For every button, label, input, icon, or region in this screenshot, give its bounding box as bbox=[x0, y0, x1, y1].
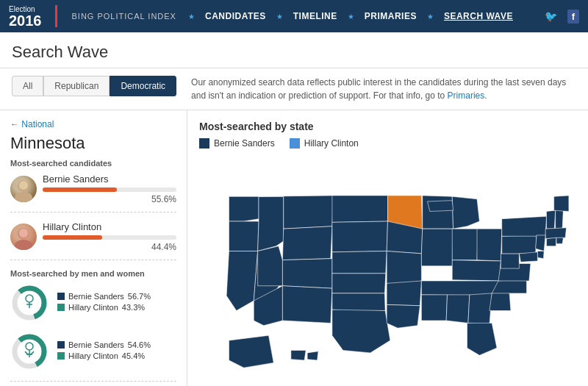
state-ma[interactable] bbox=[545, 228, 566, 239]
state-me[interactable] bbox=[554, 196, 569, 212]
state-ak[interactable] bbox=[229, 335, 274, 368]
nav-timeline[interactable]: TIMELINE bbox=[290, 11, 340, 21]
female-clinton-label: Hillary Clinton bbox=[68, 351, 118, 360]
tab-republican[interactable]: Republican bbox=[43, 76, 110, 96]
svg-point-13 bbox=[26, 343, 33, 350]
state-ky[interactable] bbox=[452, 260, 501, 281]
male-clinton-label: Hillary Clinton bbox=[68, 303, 118, 312]
state-id[interactable] bbox=[258, 196, 284, 251]
state-nj[interactable] bbox=[536, 235, 546, 251]
state-la[interactable] bbox=[387, 304, 420, 328]
state-pa[interactable] bbox=[502, 235, 537, 254]
state-al[interactable] bbox=[446, 295, 470, 323]
state-wy[interactable] bbox=[282, 226, 332, 260]
svg-point-2 bbox=[19, 181, 28, 190]
male-sanders-label: Bernie Sanders bbox=[68, 292, 124, 301]
logo-divider bbox=[55, 5, 57, 27]
tab-all[interactable]: All bbox=[12, 76, 43, 96]
male-donut bbox=[10, 284, 49, 322]
star-icon-3: ★ bbox=[348, 12, 354, 21]
state-wv[interactable] bbox=[501, 254, 519, 268]
primaries-link[interactable]: Primaries bbox=[448, 90, 485, 101]
star-icon-1: ★ bbox=[188, 12, 195, 21]
divider-2 bbox=[10, 260, 176, 260]
divider-3 bbox=[10, 381, 176, 382]
male-clinton-pct: 43.3% bbox=[122, 303, 145, 312]
main-content: ← National Minnesota Most-searched candi… bbox=[0, 110, 588, 386]
state-ne[interactable] bbox=[332, 251, 387, 274]
state-ks[interactable] bbox=[332, 274, 386, 293]
nav-primaries[interactable]: PRIMARIES bbox=[362, 11, 420, 21]
state-nd[interactable] bbox=[332, 196, 388, 222]
star-icon-4: ★ bbox=[427, 12, 434, 21]
state-ca[interactable] bbox=[226, 251, 258, 311]
clinton-pct: 44.4% bbox=[43, 242, 176, 252]
state-ny[interactable] bbox=[502, 216, 547, 236]
state-nm[interactable] bbox=[282, 286, 332, 324]
sanders-info: Bernie Sanders 55.6% bbox=[43, 174, 176, 204]
candidate-clinton-row: Hillary Clinton 44.4% bbox=[10, 221, 176, 252]
navigation: Election 2016 BING POLITICAL INDEX ★ CAN… bbox=[0, 0, 588, 32]
state-hi2[interactable] bbox=[307, 351, 318, 360]
facebook-icon[interactable]: f bbox=[567, 10, 579, 24]
state-ok[interactable] bbox=[332, 293, 385, 312]
map-legend: Bernie Sanders Hillary Clinton bbox=[199, 138, 576, 149]
state-ut[interactable] bbox=[258, 246, 283, 286]
male-sanders-pct: 56.7% bbox=[128, 292, 151, 301]
female-clinton-swatch bbox=[57, 352, 65, 360]
female-clinton-legend: Hillary Clinton 45.4% bbox=[57, 351, 151, 360]
state-fl[interactable] bbox=[467, 323, 498, 355]
nav-candidates[interactable]: CANDIDATES bbox=[202, 11, 269, 21]
state-mi-upper[interactable] bbox=[428, 201, 453, 212]
male-sanders-swatch bbox=[57, 293, 65, 300]
state-sc[interactable] bbox=[490, 291, 511, 311]
state-il[interactable] bbox=[421, 229, 453, 266]
site-logo: Election 2016 bbox=[9, 5, 42, 28]
back-national-link[interactable]: ← National bbox=[10, 119, 176, 129]
us-map-svg bbox=[199, 156, 576, 386]
state-mi[interactable] bbox=[452, 196, 479, 229]
state-vt[interactable] bbox=[547, 210, 556, 229]
state-tx[interactable] bbox=[332, 310, 390, 353]
state-nh[interactable] bbox=[556, 209, 564, 229]
state-wa[interactable] bbox=[229, 196, 259, 221]
state-de[interactable] bbox=[537, 251, 544, 259]
state-ga[interactable] bbox=[468, 293, 492, 326]
filter-description: Our anonymized search data reflects publ… bbox=[191, 76, 576, 102]
clinton-legend-swatch bbox=[290, 138, 300, 149]
male-sanders-legend: Bernie Sanders 56.7% bbox=[57, 292, 151, 301]
state-md[interactable] bbox=[519, 252, 537, 262]
state-or[interactable] bbox=[229, 221, 259, 251]
gender-male-row: Bernie Sanders 56.7% Hillary Clinton 43.… bbox=[10, 284, 176, 322]
female-clinton-pct: 45.4% bbox=[122, 351, 145, 360]
state-in[interactable] bbox=[452, 229, 478, 260]
clinton-avatar bbox=[10, 224, 37, 250]
male-clinton-swatch bbox=[57, 304, 65, 311]
state-ct[interactable] bbox=[547, 237, 557, 246]
page-title-bar: Search Wave bbox=[0, 32, 588, 68]
state-ar[interactable] bbox=[387, 281, 421, 306]
filter-tabs: All Republican Democratic bbox=[12, 76, 176, 96]
clinton-name: Hillary Clinton bbox=[43, 221, 176, 232]
state-sd[interactable] bbox=[332, 221, 388, 252]
state-co[interactable] bbox=[282, 259, 332, 289]
clinton-info: Hillary Clinton 44.4% bbox=[43, 221, 176, 252]
svg-point-4 bbox=[15, 240, 32, 250]
state-ri[interactable] bbox=[556, 237, 563, 243]
twitter-icon[interactable]: 🐦 bbox=[545, 10, 557, 22]
clinton-bar-container bbox=[43, 235, 176, 240]
svg-point-8 bbox=[26, 295, 33, 302]
state-hi[interactable] bbox=[291, 351, 306, 361]
tab-democratic[interactable]: Democratic bbox=[110, 76, 176, 96]
female-sanders-pct: 54.6% bbox=[128, 340, 151, 349]
state-ms[interactable] bbox=[421, 295, 447, 321]
map-title: Most-searched by state bbox=[199, 121, 576, 132]
female-sanders-swatch bbox=[57, 341, 65, 349]
sanders-legend-label: Bernie Sanders bbox=[214, 138, 275, 149]
female-sanders-legend: Bernie Sanders 54.6% bbox=[57, 340, 151, 349]
gender-female-row: Bernie Sanders 54.6% Hillary Clinton 45.… bbox=[10, 332, 176, 371]
legend-sanders: Bernie Sanders bbox=[199, 138, 275, 149]
state-oh[interactable] bbox=[477, 229, 502, 261]
svg-point-5 bbox=[19, 229, 28, 237]
nav-search-wave[interactable]: SEARCH WAVE bbox=[441, 11, 516, 21]
